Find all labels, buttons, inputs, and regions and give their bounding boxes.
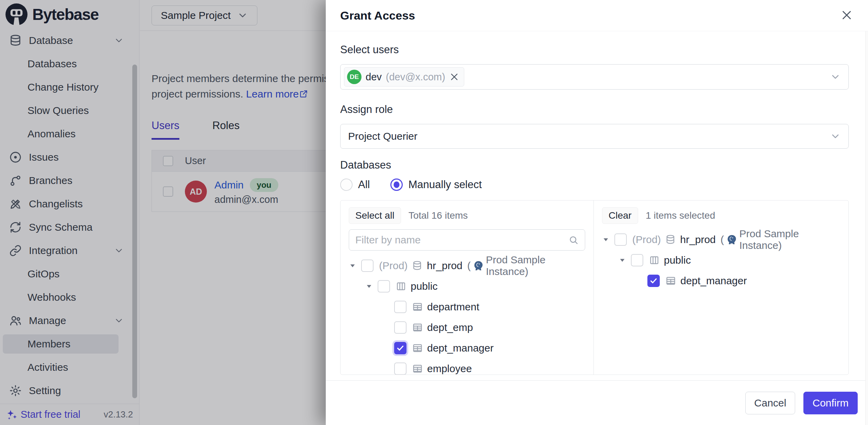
tree-node-name: hr_prod [680,234,715,245]
tree-row-public: public [349,276,585,297]
postgres-icon [726,234,737,245]
assign-role-label: Assign role [340,103,849,116]
select-all-button[interactable]: Select all [349,207,401,224]
tree-expander-icon[interactable] [619,256,626,264]
tree-node-name: department [427,301,479,313]
chip-avatar: DE [347,70,361,84]
selected-count-label: 1 items selected [646,210,715,221]
database-cylinder-icon [665,234,676,245]
tree-checkbox-employee[interactable] [394,363,407,375]
tree-expander-icon[interactable] [349,262,356,269]
instance-label: (Prod Sample Instance) [721,228,840,251]
database-scope-radios: All Manually select [340,177,849,193]
tree-node-name: dept_manager [680,275,747,287]
radio-manually-select[interactable]: Manually select [390,179,482,191]
assign-role-select[interactable]: Project Querier [340,124,849,149]
postgres-icon [473,260,484,272]
environment-label: (Prod) [379,260,408,272]
chevron-down-icon [830,131,841,142]
database-transfer-panel: Select all Total 16 items (Prod)hr_prod(… [340,200,849,375]
select-users-input[interactable]: DE dev (dev@x.com) [340,64,849,90]
tree-checkbox-hr_prod[interactable] [614,233,627,246]
close-button[interactable] [839,8,854,23]
tree-node-name: public [411,280,437,292]
tree-node-name: hr_prod [427,260,462,272]
radio-all-circle[interactable] [340,179,353,191]
table-icon [412,322,423,333]
tree-checkbox-public[interactable] [378,280,390,292]
source-tree: (Prod)hr_prod(Prod Sample Instance)publi… [349,255,585,375]
source-pane: Select all Total 16 items (Prod)hr_prod(… [341,200,594,375]
drawer-scrollbar[interactable] [865,31,868,425]
search-icon [568,235,579,245]
tree-expander-icon[interactable] [602,236,610,243]
selected-tree: (Prod)hr_prod(Prod Sample Instance)publi… [602,229,840,291]
tree-node-name: dept_manager [427,342,493,354]
selected-pane-header: Clear 1 items selected [602,207,840,224]
tree-row-hr_prod: (Prod)hr_prod(Prod Sample Instance) [349,255,585,276]
grant-access-drawer: Grant Access Select users DE dev (dev@x.… [326,0,868,425]
source-pane-header: Select all Total 16 items [349,207,585,224]
confirm-button[interactable]: Confirm [803,392,858,414]
tree-row-hr_prod: (Prod)hr_prod(Prod Sample Instance) [602,229,840,250]
close-icon [841,9,853,21]
tree-row-department: department [349,297,585,317]
selected-pane: Clear 1 items selected (Prod)hr_prod(Pro… [594,200,848,375]
schema-icon [649,255,660,266]
drawer-title: Grant Access [340,9,415,22]
chip-user-name: dev [366,71,382,83]
tree-node-name: dept_emp [427,322,473,333]
database-cylinder-icon [412,260,423,271]
clear-button[interactable]: Clear [602,207,638,224]
environment-label: (Prod) [632,234,661,245]
tree-row-dept_manager: dept_manager [349,338,585,358]
radio-manual-circle[interactable] [390,179,403,191]
drawer-body: Select users DE dev (dev@x.com) Assign r… [326,31,865,380]
table-icon [412,343,423,354]
tree-row-public: public [602,250,840,271]
schema-icon [396,281,407,292]
tree-expander-icon[interactable] [365,283,373,290]
table-icon [412,301,423,312]
selected-user-chip: DE dev (dev@x.com) [344,67,464,87]
tree-node-name: employee [427,363,472,375]
drawer-header: Grant Access [326,0,868,31]
page: Bytebase DatabaseDatabasesChange History… [0,0,868,425]
total-items-label: Total 16 items [409,210,468,221]
tree-row-dept_emp: dept_emp [349,317,585,338]
chevron-down-icon [830,71,841,82]
filter-input[interactable] [355,234,568,246]
remove-user-icon[interactable] [449,72,459,82]
table-icon [412,363,423,374]
cancel-button[interactable]: Cancel [745,392,795,414]
assign-role-value: Project Querier [348,130,418,142]
databases-label: Databases [340,159,849,171]
tree-checkbox-dept_manager[interactable] [647,275,660,287]
table-icon [665,275,676,286]
tree-row-employee: employee [349,358,585,375]
tree-checkbox-dept_emp[interactable] [394,321,407,334]
tree-row-dept_manager: dept_manager [602,271,840,291]
tree-checkbox-dept_manager[interactable] [394,342,407,354]
instance-label: (Prod Sample Instance) [467,254,585,277]
filter-input-wrap [349,229,585,251]
tree-checkbox-hr_prod[interactable] [361,260,374,272]
radio-all[interactable]: All [340,179,370,191]
tree-node-name: public [664,254,691,266]
tree-checkbox-department[interactable] [394,301,407,313]
select-users-label: Select users [340,44,849,56]
chip-user-email: (dev@x.com) [386,71,445,83]
drawer-footer: Cancel Confirm [326,380,865,425]
tree-checkbox-public[interactable] [631,254,643,266]
